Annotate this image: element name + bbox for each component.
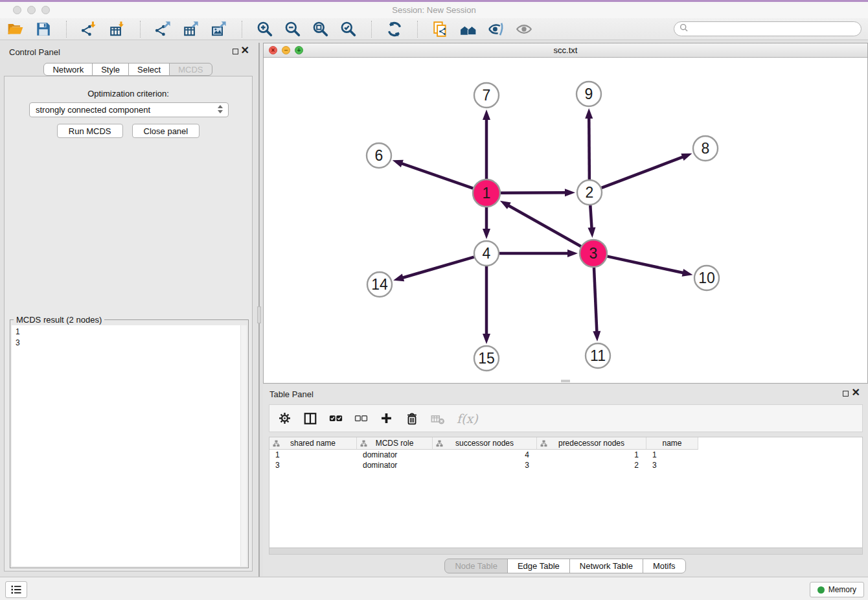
save-session-icon[interactable] (34, 20, 52, 38)
show-column-icon[interactable] (303, 411, 317, 426)
table-cell[interactable]: dominator (357, 460, 433, 470)
zoom-fit-content-icon[interactable] (312, 20, 330, 38)
toolbar-separator (242, 21, 242, 38)
node-label-6: 6 (375, 147, 383, 164)
node-label-2: 2 (586, 184, 594, 201)
criterion-select[interactable]: strongly connected component (29, 102, 229, 117)
arrowhead-1-4 (483, 229, 490, 239)
mcds-result-scrollbar[interactable] (240, 325, 247, 566)
memory-label: Memory (828, 585, 856, 594)
zoom-out-icon[interactable] (284, 20, 302, 38)
edge-3-10[interactable] (607, 257, 684, 273)
add-row-icon[interactable] (380, 411, 393, 425)
tab-edge-table[interactable]: Edge Table (507, 559, 570, 573)
memory-button[interactable]: Memory (810, 582, 864, 597)
open-session-folder-icon[interactable] (6, 20, 25, 38)
edge-1-2[interactable] (501, 192, 567, 193)
table-cell[interactable]: dominator (357, 450, 433, 460)
table-toolbar: f(x) (269, 404, 863, 432)
search-input[interactable] (692, 24, 861, 34)
node-label-11: 11 (590, 347, 606, 364)
edge-4-14[interactable] (402, 257, 474, 279)
zoom-selected-icon[interactable] (339, 20, 358, 38)
export-network-icon[interactable] (154, 20, 172, 38)
table-row[interactable]: 3dominator323 (269, 460, 862, 470)
tab-motifs[interactable]: Motifs (643, 559, 686, 573)
refresh-view-icon[interactable] (385, 20, 404, 38)
search-icon (680, 23, 689, 35)
table-horizontal-scrollbar[interactable] (269, 548, 862, 554)
export-table-icon[interactable] (182, 20, 200, 38)
table-cell[interactable]: 2 (537, 460, 646, 470)
edge-3-1[interactable] (507, 205, 581, 246)
table-cell[interactable]: 3 (646, 460, 698, 470)
task-history-button[interactable] (5, 581, 27, 598)
tab-select[interactable]: Select (128, 63, 170, 76)
column-header-predecessor-nodes[interactable]: predecessor nodes (537, 437, 646, 450)
float-control-panel-icon[interactable] (233, 49, 238, 54)
tab-network-table[interactable]: Network Table (569, 559, 643, 573)
window-title: Session: New Session (0, 5, 868, 15)
table-cell[interactable]: 3 (433, 460, 537, 470)
hide-selected-icon[interactable] (487, 20, 505, 38)
close-table-panel-icon[interactable]: ✕ (852, 386, 860, 398)
network-view-window: × – + scc.txt 7968124314101511 (263, 43, 868, 384)
panel-divider[interactable] (258, 43, 260, 577)
mcds-result-title: MCDS result (2 nodes) (14, 315, 104, 325)
column-header-successor-nodes[interactable]: successor nodes (433, 437, 537, 450)
run-mcds-button[interactable]: Run MCDS (57, 124, 123, 138)
delete-table-icon (431, 411, 445, 426)
first-neighbors-icon[interactable] (459, 20, 477, 38)
control-panel-title: Control Panel (9, 47, 60, 57)
tab-network[interactable]: Network (43, 63, 93, 76)
table-cell[interactable]: 1 (646, 450, 698, 460)
float-table-panel-icon[interactable] (843, 391, 849, 397)
arrowhead-1-2 (565, 189, 575, 196)
deselect-all-icon[interactable] (354, 411, 368, 425)
select-all-icon[interactable] (329, 411, 343, 425)
control-tabs: NetworkStyleSelectMCDS (3, 63, 254, 76)
mcds-result-text[interactable]: 1 3 (12, 325, 240, 566)
edge-1-6[interactable] (400, 163, 473, 189)
column-header-name[interactable]: name (646, 437, 698, 450)
import-network-icon[interactable] (80, 20, 98, 38)
column-label: MCDS role (376, 439, 414, 448)
import-table-icon[interactable] (108, 20, 126, 38)
arrowhead-1-7 (483, 110, 490, 120)
delete-row-icon[interactable] (405, 411, 419, 426)
table-settings-gear-icon[interactable] (278, 411, 291, 425)
tab-style[interactable]: Style (92, 63, 129, 76)
table-cell[interactable]: 3 (269, 460, 357, 470)
close-panel-button[interactable]: Close panel (132, 124, 200, 138)
column-header-MCDS-role[interactable]: MCDS role (357, 437, 433, 450)
search-box[interactable] (674, 21, 862, 36)
optimization-label: Optimization criterion: (5, 89, 252, 98)
table-row[interactable]: 1dominator411 (269, 450, 862, 460)
show-all-icon[interactable] (515, 20, 533, 38)
edge-2-9[interactable] (589, 117, 589, 179)
edge-3-11[interactable] (594, 268, 597, 333)
edge-2-8[interactable] (602, 156, 685, 187)
export-image-icon[interactable] (210, 20, 228, 38)
column-header-shared-name[interactable]: shared name (269, 437, 357, 450)
control-panel: Control Panel ✕ NetworkStyleSelectMCDS O… (3, 43, 254, 573)
zoom-in-icon[interactable] (256, 20, 274, 38)
network-window-titlebar[interactable]: × – + scc.txt (264, 43, 867, 58)
network-graph[interactable]: 7968124314101511 (264, 58, 867, 383)
node-table-header: shared nameMCDS rolesuccessor nodesprede… (269, 437, 862, 450)
table-cell[interactable]: 1 (269, 450, 357, 460)
table-cell[interactable]: 4 (433, 450, 537, 460)
tab-node-table[interactable]: Node Table (444, 559, 508, 573)
column-type-icon (436, 440, 443, 449)
arrowhead-2-9 (585, 108, 593, 119)
divider-grip[interactable] (257, 306, 261, 323)
network-resize-handle[interactable] (561, 380, 570, 382)
table-cell[interactable]: 1 (537, 450, 646, 460)
arrowhead-4-15 (483, 334, 490, 344)
clone-network-icon[interactable] (431, 20, 450, 38)
edge-2-3[interactable] (590, 205, 591, 229)
tab-mcds[interactable]: MCDS (169, 63, 212, 76)
close-control-panel-icon[interactable]: ✕ (241, 44, 249, 56)
mcds-result-group: MCDS result (2 nodes) 1 3 (10, 319, 249, 568)
table-panel-title: Table Panel (269, 389, 314, 399)
